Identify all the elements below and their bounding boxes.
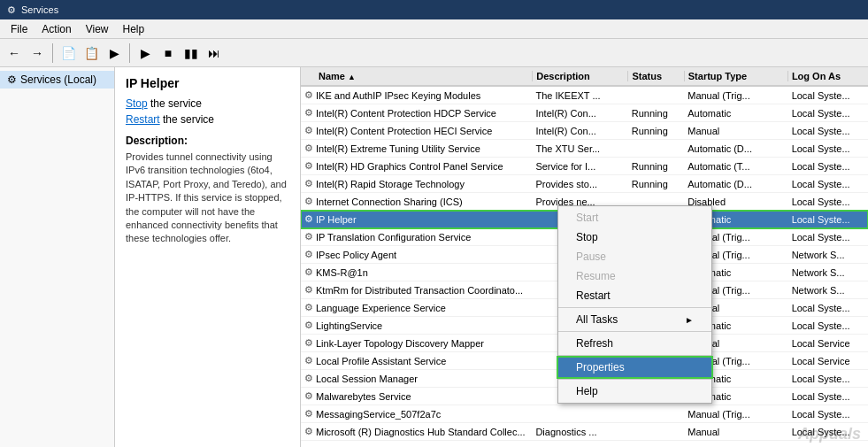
gear-icon: ⚙ (304, 266, 313, 278)
menu-file[interactable]: File (4, 21, 35, 37)
table-row[interactable]: ⚙ Intel(R) Content Protection HDCP Servi… (301, 104, 868, 122)
svc-desc: Diagnostics ... (532, 427, 627, 437)
header-status[interactable]: Status (628, 71, 684, 81)
submenu-arrow: ► (685, 315, 694, 325)
toolbar-refresh[interactable]: ▶ (104, 42, 125, 64)
svc-startup: Manual (684, 126, 787, 136)
svc-startup: Automatic (D... (684, 143, 787, 154)
menu-bar: File Action View Help (0, 19, 868, 39)
context-menu-separator (558, 355, 711, 356)
context-menu-item-properties[interactable]: Properties (558, 358, 711, 377)
main-area: ⚙ Services (Local) IP Helper Stop the se… (0, 67, 868, 447)
table-row[interactable]: ⚙ Microsoft (R) Diagnostics Hub Standard… (301, 423, 868, 441)
svc-name: ⚙ Local Profile Assistant Service (301, 355, 532, 366)
gear-icon: ⚙ (304, 160, 313, 172)
header-startup[interactable]: Startup Type (685, 71, 788, 81)
svc-logon: Local Syste... (788, 374, 868, 384)
svc-name: ⚙ MessagingService_507f2a7c (301, 408, 532, 420)
table-row[interactable]: ⚙ Intel(R) Extreme Tuning Utility Servic… (301, 140, 868, 158)
context-menu-item-stop[interactable]: Stop (558, 227, 711, 247)
toolbar-back[interactable]: ← (4, 42, 25, 64)
context-menu-item-all-tasks[interactable]: All Tasks► (558, 310, 711, 329)
svc-name: ⚙ Malwarebytes Service (301, 390, 532, 402)
table-row[interactable]: ⚙ Intel(R) Rapid Storage Technology Prov… (301, 175, 868, 193)
gear-icon: ⚙ (304, 408, 313, 420)
list-panel: Name ▲ Description Status Startup Type L… (301, 67, 868, 447)
service-description: Provides tunnel connectivity using IPv6 … (126, 150, 289, 246)
svc-logon: Local Syste... (788, 90, 868, 101)
svc-desc: The XTU Ser... (532, 143, 627, 154)
svc-status: Running (628, 108, 684, 119)
svc-logon: Local Syste... (788, 391, 868, 402)
context-menu-item-restart[interactable]: Restart (558, 286, 711, 305)
context-menu-item-start: Start (558, 208, 711, 227)
table-row[interactable]: ⚙ Intel(R) Content Protection HECI Servi… (301, 122, 868, 140)
toolbar-forward[interactable]: → (27, 42, 48, 64)
gear-icon: ⚙ (304, 284, 313, 296)
desc-title: Description: (126, 135, 289, 147)
toolbar-properties[interactable]: 📋 (81, 42, 102, 64)
svc-name: ⚙ IPsec Policy Agent (301, 249, 532, 260)
gear-icon: ⚙ (304, 107, 313, 119)
toolbar-stop[interactable]: ■ (157, 42, 179, 64)
svc-name: ⚙ IP Translation Configuration Service (301, 231, 532, 243)
svc-logon: Local Syste... (788, 126, 868, 136)
svc-logon: Network S... (788, 267, 868, 278)
stop-suffix: the service (148, 97, 202, 110)
table-row[interactable]: ⚙ Intel(R) HD Graphics Control Panel Ser… (301, 158, 868, 175)
toolbar-play[interactable]: ▶ (134, 42, 156, 64)
context-menu-item-help[interactable]: Help (558, 381, 711, 401)
stop-link[interactable]: Stop (126, 97, 148, 110)
svc-name: ⚙ IP Helper (301, 213, 532, 225)
context-menu-item-refresh[interactable]: Refresh (558, 334, 711, 353)
context-menu-separator (558, 307, 711, 308)
title-bar-icon: ⚙ (7, 4, 16, 16)
svc-startup: Manual (Trig... (684, 409, 787, 420)
header-name[interactable]: Name ▲ (301, 71, 533, 81)
tree-item-services-local[interactable]: ⚙ Services (Local) (0, 71, 114, 89)
header-desc[interactable]: Description (533, 71, 628, 81)
svc-name: ⚙ Intel(R) Extreme Tuning Utility Servic… (301, 143, 532, 154)
svc-status: Running (628, 179, 684, 189)
svc-logon: Local Syste... (788, 161, 868, 172)
gear-icon: ⚙ (304, 249, 313, 260)
gear-icon: ⚙ (304, 373, 313, 384)
svc-name: ⚙ Intel(R) Rapid Storage Technology (301, 178, 532, 189)
svc-logon: Local Syste... (788, 214, 868, 225)
svc-name: ⚙ Microsoft (R) Diagnostics Hub Standard… (301, 426, 532, 437)
table-row[interactable]: ⚙ IKE and AuthIP IPsec Keying Modules Th… (301, 87, 868, 104)
context-menu-item-pause: Pause (558, 247, 711, 266)
svc-name: ⚙ Language Experience Service (301, 302, 532, 313)
info-panel: IP Helper Stop the service Restart the s… (115, 67, 301, 447)
menu-action[interactable]: Action (35, 21, 78, 37)
restart-suffix: the service (160, 113, 214, 126)
svc-logon: Local Syste... (788, 232, 868, 243)
table-row[interactable]: ⚙ MessagingService_507f2a7c Manual (Trig… (301, 405, 868, 423)
svc-logon: Local Syste... (788, 409, 868, 420)
toolbar-restart[interactable]: ⏭ (204, 42, 225, 64)
toolbar-pause[interactable]: ▮▮ (181, 42, 202, 64)
gear-icon: ⚙ (304, 426, 313, 437)
gear-icon: ⚙ (304, 178, 313, 189)
menu-help[interactable]: Help (116, 21, 152, 37)
svc-startup: Automatic (D... (684, 179, 787, 189)
svc-startup: Manual (684, 427, 787, 437)
svc-name: ⚙ LightingService (301, 320, 532, 331)
menu-view[interactable]: View (79, 21, 116, 37)
svc-desc: Provides sto... (532, 179, 627, 189)
svc-logon: Local Syste... (788, 303, 868, 313)
service-title: IP Helper (126, 76, 289, 90)
svc-logon: Local Syste... (788, 108, 868, 119)
svc-name: ⚙ Intel(R) Content Protection HDCP Servi… (301, 107, 532, 119)
gear-icon: ⚙ (304, 89, 313, 101)
svc-name: ⚙ Internet Connection Sharing (ICS) (301, 196, 532, 207)
header-logon[interactable]: Log On As (788, 71, 868, 81)
svc-desc: The IKEEXT ... (532, 90, 627, 101)
toolbar: ← → 📄 📋 ▶ ▶ ■ ▮▮ ⏭ (0, 39, 868, 67)
svc-startup: Automatic (684, 108, 787, 119)
toolbar-sep-1 (52, 43, 53, 63)
gear-icon: ⚙ (304, 355, 313, 366)
restart-link[interactable]: Restart (126, 113, 160, 126)
watermark: Appuals (791, 421, 868, 447)
toolbar-up[interactable]: 📄 (58, 42, 79, 64)
